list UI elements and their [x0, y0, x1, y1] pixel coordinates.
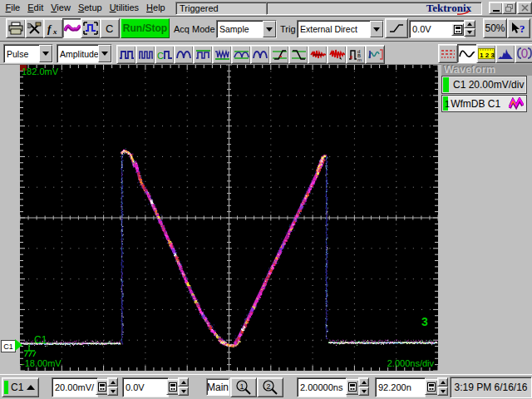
- meas-subcategory-combo[interactable]: Amplitude: [57, 44, 112, 63]
- close-button[interactable]: [517, 2, 532, 14]
- menu-view[interactable]: View: [47, 0, 75, 16]
- meas-mid-button[interactable]: [231, 45, 251, 64]
- timebase-scale-value: 2.00000ns: [298, 382, 346, 392]
- meas-noise-pp-button[interactable]: [327, 45, 347, 64]
- meas-rise-button[interactable]: [269, 45, 289, 64]
- spin-down-icon[interactable]: [437, 387, 448, 396]
- dropup-arrow-icon: [27, 385, 35, 390]
- keypad-icon[interactable]: [451, 23, 464, 36]
- menu-file[interactable]: File: [2, 0, 24, 16]
- spin-up-icon[interactable]: [358, 377, 369, 387]
- svg-text:1 2 3: 1 2 3: [480, 52, 495, 59]
- keypad-icon[interactable]: [425, 379, 438, 395]
- ground-reference-icon: [22, 345, 38, 359]
- menu-help[interactable]: Help: [143, 0, 170, 16]
- meas-amplitude-button[interactable]: [250, 45, 270, 64]
- keypad-icon[interactable]: [346, 379, 359, 395]
- spin-down-icon[interactable]: [178, 387, 189, 396]
- menu-setup[interactable]: Setup: [74, 0, 106, 16]
- meas-cycle-button[interactable]: C: [155, 45, 175, 64]
- spin-down-icon[interactable]: [464, 28, 475, 37]
- disp-vectors-icon: [459, 47, 475, 60]
- channel-tab[interactable]: C1: [1, 340, 16, 352]
- waveform-trace: [20, 65, 438, 371]
- trig-level-spinner[interactable]: [464, 20, 475, 37]
- disp-dots-button[interactable]: [438, 44, 458, 63]
- meas-eye-button[interactable]: [365, 45, 385, 64]
- meas-period-icon: [119, 49, 135, 61]
- waveform-display[interactable]: 182.0mV -18.00mV 2.000ns/div 3 C1: [20, 65, 438, 371]
- horizontal-control-bar: C1 20.00mV/ 0.0V Main 1: [0, 374, 532, 399]
- meas-subcategory-dropdown-arrow[interactable]: [98, 45, 111, 62]
- run-stop-button[interactable]: Run/Stop: [121, 18, 170, 38]
- channel-select-combo[interactable]: C1: [2, 377, 39, 397]
- meas-noise-rms-button[interactable]: [308, 45, 328, 64]
- meas-fall-button[interactable]: [288, 45, 308, 64]
- vertical-offset-field[interactable]: 0.0V: [122, 377, 169, 397]
- magnifier-1-icon: 1: [235, 380, 252, 395]
- pulse-select-icon: [83, 22, 98, 35]
- trig-level-field[interactable]: 0.0V: [409, 20, 466, 38]
- waveform-mode-button[interactable]: [62, 18, 82, 38]
- disp-mask-button[interactable]: [515, 44, 532, 63]
- meas-frequency-button[interactable]: [135, 45, 155, 64]
- spin-down-icon[interactable]: [107, 387, 118, 396]
- context-help-button[interactable]: ?: [507, 18, 530, 38]
- trig-slope-button[interactable]: [385, 18, 408, 38]
- spin-up-icon[interactable]: [437, 377, 448, 387]
- meas-fall-icon: [291, 49, 307, 61]
- c-mode-button[interactable]: C: [100, 18, 120, 38]
- spin-up-icon[interactable]: [464, 20, 475, 28]
- waveform-row-label: C1 20.00mV/div: [449, 79, 524, 91]
- acq-mode-dropdown-arrow[interactable]: [263, 21, 276, 37]
- svg-text:1: 1: [240, 382, 244, 391]
- vertical-scale-value: 20.00mV/: [52, 382, 97, 392]
- disp-histogram-button[interactable]: [495, 44, 515, 63]
- minimize-button[interactable]: [489, 2, 503, 14]
- meas-low-button[interactable]: [212, 45, 232, 64]
- meas-noise2-icon: [329, 49, 345, 61]
- meas-category-combo[interactable]: Pulse: [3, 44, 53, 63]
- clock-readout: 3:19 PM 6/16/16: [450, 377, 532, 398]
- meas-period-button[interactable]: [116, 45, 136, 64]
- trig-source-dropdown-arrow[interactable]: [370, 21, 383, 37]
- c-icon: C: [104, 22, 116, 35]
- waveform-panel-row-wfmdb[interactable]: 1 WfmDB C1: [441, 95, 527, 112]
- disp-histogram-icon: [497, 47, 514, 60]
- trig-source-combo[interactable]: External Direct: [297, 20, 384, 38]
- vertical-scale-spinner[interactable]: [107, 377, 118, 396]
- meas-pos-width-button[interactable]: [174, 45, 194, 64]
- meas-dbm-button[interactable]: dBm: [346, 45, 366, 64]
- waveform-panel-row-scale[interactable]: C1 20.00mV/div: [441, 76, 527, 94]
- horizontal-delay-field[interactable]: 92.200n: [375, 377, 426, 397]
- zoom-1-button[interactable]: 1: [230, 377, 257, 397]
- meas-high-button[interactable]: [193, 45, 213, 64]
- print-button[interactable]: [6, 18, 26, 38]
- restore-button[interactable]: [502, 2, 516, 14]
- acq-mode-combo[interactable]: Sample: [216, 20, 277, 38]
- disp-readout-icon: 1 2 3: [478, 47, 495, 60]
- menu-utilities[interactable]: Utilities: [106, 0, 142, 16]
- channel-label: C1: [34, 334, 47, 346]
- zoom-2-button[interactable]: 2: [257, 377, 283, 397]
- timebase-scale-spinner[interactable]: [358, 377, 369, 396]
- pulse-select-button[interactable]: [81, 18, 101, 38]
- menu-edit[interactable]: Edit: [24, 0, 47, 16]
- vertical-scale-field[interactable]: 20.00mV/: [52, 377, 98, 397]
- timebase-scale-field[interactable]: 2.00000ns: [297, 377, 347, 397]
- vertical-offset-spinner[interactable]: [178, 377, 189, 396]
- horizontal-delay-value: 92.200n: [376, 382, 425, 392]
- horizontal-delay-spinner[interactable]: [437, 377, 448, 396]
- disp-vectors-button[interactable]: [457, 44, 477, 63]
- spin-up-icon[interactable]: [107, 377, 118, 387]
- set-50-button[interactable]: 50%: [483, 18, 507, 38]
- svg-text:C: C: [157, 51, 164, 61]
- oscilloscope-application: FileEditViewSetupUtilitiesHelp Triggered…: [0, 0, 532, 399]
- meas-high-icon: [195, 49, 211, 61]
- disp-readout-button[interactable]: 1 2 3: [476, 44, 496, 63]
- tools-button[interactable]: [25, 18, 45, 38]
- spin-down-icon[interactable]: [358, 387, 369, 396]
- math-button[interactable]: fx: [43, 18, 63, 38]
- spin-up-icon[interactable]: [178, 377, 189, 387]
- meas-category-dropdown-arrow[interactable]: [39, 45, 52, 62]
